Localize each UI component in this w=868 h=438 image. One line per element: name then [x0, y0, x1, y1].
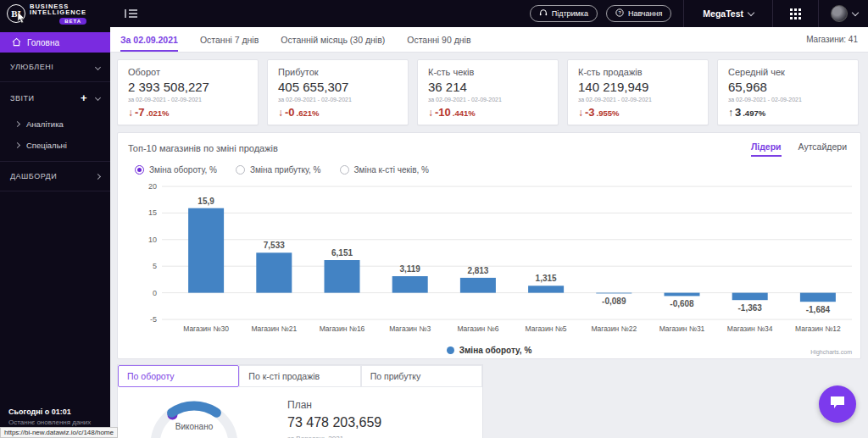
- topbar: BI BUSINESS INTELLIGENCE BETA Підтримка …: [0, 0, 868, 27]
- svg-text:Магазин №5: Магазин №5: [526, 324, 567, 333]
- top10-chart-panel: Топ-10 магазинів по зміні продажів Лідер…: [117, 132, 861, 359]
- metric-radio-0[interactable]: Зміна обороту, %: [135, 165, 217, 175]
- period-tab-1[interactable]: Останні 7 днів: [200, 28, 259, 52]
- sidebar-item-label: Аналітика: [26, 119, 64, 129]
- kpi-period: за 02-09-2021 - 02-09-2021: [278, 97, 398, 103]
- leader-tab-1[interactable]: Аутсайдери: [798, 141, 847, 157]
- kpi-period: за 02-09-2021 - 02-09-2021: [428, 97, 548, 103]
- home-icon: [12, 37, 21, 48]
- stores-count: Магазини: 41: [806, 35, 858, 44]
- training-label: Навчання: [628, 9, 662, 18]
- plan-label: План: [287, 399, 381, 411]
- add-report-icon[interactable]: +: [81, 92, 87, 103]
- kpi-value: 405 655,307: [278, 80, 398, 94]
- org-switcher[interactable]: MegaTest: [687, 8, 769, 19]
- kpi-card-1[interactable]: Прибуток405 655,307за 02-09-2021 - 02-09…: [267, 59, 409, 125]
- plan-donut-chart: Виконано: [143, 392, 245, 438]
- metric-radio-1[interactable]: Зміна прибутку, %: [236, 165, 321, 175]
- kpi-card-2[interactable]: К-сть чеків36 214за 02-09-2021 - 02-09-2…: [417, 59, 559, 125]
- svg-text:6,151: 6,151: [331, 248, 353, 258]
- chevron-right-icon: [14, 121, 20, 127]
- sidebar-footer: Сьогодні о 01:01 Останнє оновлення даних: [0, 408, 110, 426]
- kpi-change-value: 3: [735, 106, 741, 119]
- sidebar-collapse-icon[interactable]: [124, 6, 139, 21]
- svg-text:20: 20: [148, 182, 157, 191]
- kpi-card-4[interactable]: Середній чек65,968за 02-09-2021 - 02-09-…: [717, 59, 859, 125]
- arrow-down-icon: ↓: [128, 107, 133, 119]
- sidebar-item-home[interactable]: Головна: [0, 32, 110, 53]
- chevron-right-icon: [14, 142, 20, 148]
- highcharts-credit[interactable]: Highcharts.com: [810, 349, 852, 355]
- svg-text:Магазин №22: Магазин №22: [591, 324, 637, 333]
- plan-value: 73 478 203,659: [287, 415, 381, 430]
- svg-text:5: 5: [153, 262, 157, 270]
- sidebar-item-special[interactable]: Спеціальні: [0, 135, 110, 156]
- kpi-card-0[interactable]: Оборот2 393 508,227за 02-09-2021 - 02-09…: [117, 59, 259, 125]
- kpi-change: ↓-10.441%: [428, 106, 548, 119]
- kpi-change-frac: .021%: [147, 108, 170, 118]
- kpi-change-value: -10: [435, 106, 451, 119]
- svg-text:Магазин №12: Магазин №12: [795, 324, 841, 333]
- plan-period: за Вересень 2021: [287, 435, 381, 438]
- logo-line2: INTELLIGENCE: [30, 9, 86, 16]
- plan-tab-0[interactable]: По обороту: [118, 365, 239, 387]
- svg-text:-1,684: -1,684: [806, 305, 831, 314]
- svg-text:Магазин №34: Магазин №34: [727, 324, 773, 333]
- period-tabs: За 02.09.2021Останні 7 днівОстанній міся…: [120, 28, 806, 52]
- sidebar-group-favorites[interactable]: УЛЮБЛЕНІ: [0, 53, 110, 82]
- kpi-title: Прибуток: [278, 67, 398, 77]
- sidebar-group-dashboards[interactable]: ДАШБОРДИ: [0, 162, 110, 191]
- user-menu[interactable]: [822, 5, 868, 22]
- plan-tab-1[interactable]: По к-сті продажів: [239, 365, 360, 387]
- sidebar-group-label: УЛЮБЛЕНІ: [10, 63, 53, 71]
- legend-marker-icon: [447, 347, 454, 354]
- kpi-change: ↓-7.021%: [128, 106, 248, 119]
- sidebar-item-analytics[interactable]: Аналітика: [0, 114, 110, 135]
- topbar-divider: [683, 0, 684, 27]
- apps-grid-icon[interactable]: [776, 8, 815, 19]
- svg-text:-5: -5: [150, 315, 157, 324]
- arrow-down-icon: ↓: [278, 107, 283, 119]
- kpi-change-frac: .497%: [743, 108, 765, 118]
- kpi-value: 36 214: [428, 80, 548, 94]
- support-button[interactable]: Підтримка: [530, 5, 598, 22]
- metric-radio-group: Зміна обороту, %Зміна прибутку, %Зміна к…: [135, 165, 850, 175]
- svg-text:?: ?: [618, 10, 621, 15]
- chart-legend[interactable]: Зміна обороту, %: [128, 346, 850, 355]
- donut-label: Виконано: [175, 422, 214, 431]
- plan-tab-2[interactable]: По прибутку: [361, 365, 482, 387]
- svg-text:10: 10: [148, 236, 157, 244]
- plan-panel: По оборотуПо к-сті продажівПо прибутку В…: [117, 364, 483, 438]
- question-circle-icon: ?: [615, 8, 624, 19]
- kpi-value: 2 393 508,227: [128, 80, 248, 94]
- sidebar-group-label: ЗВІТИ: [10, 94, 34, 103]
- beta-badge: BETA: [59, 18, 86, 25]
- sidebar-group-reports[interactable]: ЗВІТИ +: [0, 82, 110, 114]
- period-tab-3[interactable]: Останні 90 днів: [407, 28, 470, 52]
- org-name: MegaTest: [703, 8, 743, 19]
- radio-label: Зміна к-сті чеків, %: [354, 165, 429, 175]
- kpi-title: Середній чек: [728, 67, 848, 77]
- period-tab-2[interactable]: Останній місяць (30 днів): [281, 28, 385, 52]
- svg-text:7,533: 7,533: [264, 241, 285, 250]
- radio-label: Зміна прибутку, %: [250, 165, 321, 175]
- svg-text:Магазин №6: Магазин №6: [457, 324, 498, 333]
- logo-text: BUSINESS INTELLIGENCE BETA: [30, 3, 86, 25]
- leader-tab-0[interactable]: Лідери: [751, 141, 782, 157]
- plan-content: Виконано План 73 478 203,659 за Вересень…: [118, 387, 482, 438]
- bar-chart[interactable]: 20151050-515,9Магазин №307,533Магазин №2…: [128, 176, 850, 346]
- kpi-card-3[interactable]: К-сть продажів140 219,949за 02-09-2021 -…: [567, 59, 709, 125]
- period-tab-0[interactable]: За 02.09.2021: [120, 28, 178, 52]
- metric-radio-2[interactable]: Зміна к-сті чеків, %: [340, 165, 429, 175]
- last-update-caption: Останнє оновлення даних: [8, 419, 102, 426]
- svg-text:Магазин №21: Магазин №21: [251, 324, 297, 333]
- chat-fab-button[interactable]: [819, 385, 856, 423]
- kpi-value: 65,968: [728, 80, 848, 94]
- svg-text:15,9: 15,9: [198, 197, 214, 206]
- svg-text:15: 15: [148, 208, 157, 217]
- training-button[interactable]: ? Навчання: [606, 5, 671, 22]
- mouse-cursor: [17, 12, 27, 27]
- kpi-change-frac: .441%: [453, 108, 476, 118]
- kpi-value: 140 219,949: [578, 80, 698, 94]
- kpi-change: ↓-0.621%: [278, 106, 398, 119]
